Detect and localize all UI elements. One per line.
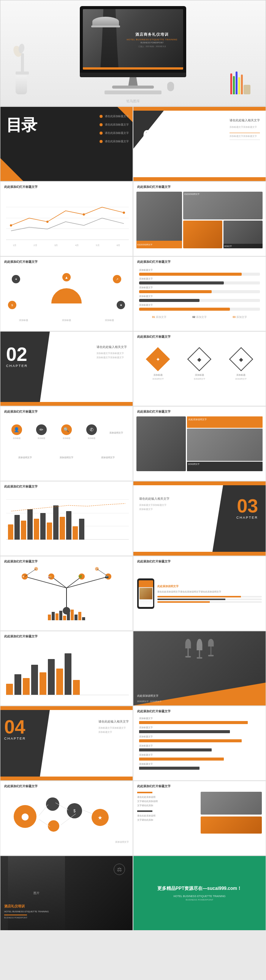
svg-line-23 — [39, 819, 50, 826]
line-chart-slide: 此处添加幻灯片标题文字 — [0, 181, 133, 256]
screen-sub2: BUSINESS POWERPOINT — [127, 41, 177, 43]
chapter-02-desc: 请在此处输入相关文字 — [97, 345, 127, 349]
footer-subtitle: HOTEL BUSINESS ETIQUETTE TRAINING — [174, 895, 226, 897]
bubble-slide: 此处添加幻灯片标题文字 ⬤ $ ★ 添加说明文字 — [0, 781, 133, 856]
icon-right-top: ↗ — [113, 275, 121, 283]
h-bar-chart-slide: 此处添加幻灯片标题文字 添加标题文字 添加标题文字 添加标题文字 — [133, 706, 266, 781]
photo-left: 此处添加说明文字 — [136, 192, 182, 248]
svg-text:✈: ✈ — [22, 575, 25, 578]
svg-text:🚚: 🚚 — [48, 574, 52, 578]
promo-footer-slide: 更多精品PPT资源尽在—sucai999.com！ HOTEL BUSINESS… — [133, 856, 266, 931]
icon-up: ▲ — [62, 273, 71, 282]
line-chart — [0, 191, 133, 244]
svg-line-22 — [39, 805, 48, 816]
svg-line-25 — [61, 814, 76, 825]
svg-line-8 — [66, 576, 108, 588]
chapter-04-label: CHAPTER — [4, 737, 26, 740]
chart-labels: 1月2月3月4月5月6月 — [0, 244, 133, 247]
chapter-02-num: 02 — [6, 345, 28, 364]
chapter-01-num: 01 — [143, 128, 167, 144]
mouse — [167, 82, 174, 91]
screen-info: 汇报人：XXX 时间：XXXX年X月 — [127, 45, 177, 47]
hero-slide: 酒店商务礼仪培训 HOTEL BUSINESS ETIQUETTE TRAINI… — [0, 0, 266, 107]
chapter-04-slide: 04 CHAPTER 请在此处输入相关文字 添加标题文字添加标题文字添加标题文字 — [0, 706, 133, 781]
svg-point-2 — [83, 213, 85, 216]
icon-right-bottom: ★ — [117, 301, 125, 309]
monitor: 酒店商务礼仪培训 HOTEL BUSINESS ETIQUETTE TRAINI… — [72, 6, 194, 94]
icon-left-bottom: $ — [8, 301, 16, 309]
progress-bars-slide: 此处添加幻灯片标题文字 添加标题文字 添加标题文字 添加标题文字 添加标题文字 … — [133, 256, 266, 331]
svg-point-0 — [10, 224, 12, 227]
bar-chart-slide: 此处添加幻灯片标题文字 — [0, 481, 133, 556]
svg-text:🌿: 🌿 — [78, 574, 82, 578]
svg-line-5 — [25, 576, 66, 588]
chapter-01-label: CHAPTER — [143, 144, 167, 148]
photo-bottom-left — [183, 221, 222, 248]
ending-slide: 图片 酒店礼仪培训 HOTEL BUSINESS ETIQUETTE TRAIN… — [0, 856, 133, 931]
phone-slide: 此处添加幻灯片标题文字 此处添加说明文字 请在此处添加说明文字请在此添加说明文字… — [133, 556, 266, 631]
main-photo — [136, 417, 186, 471]
footer-sub2: BUSINESS POWERPOINT — [185, 899, 213, 901]
icons-slide: 此处添加幻灯片标题文字 👤 添加标题 ✏ 添加标题 🔍 添加标题 ✆ 添加标题 … — [0, 406, 133, 481]
watermark: 笔鸟图库 — [126, 99, 140, 104]
photo-top-right: 此处添加说明文字 — [183, 192, 263, 220]
promo-text: 更多精品PPT资源尽在—sucai999.com！ — [154, 885, 245, 892]
toc-title-jp: 目录 — [6, 115, 36, 136]
photo-bottom-right: 添加文字 — [223, 221, 263, 248]
chapter-03-label: CHAPTER — [236, 515, 258, 519]
toc-list: 请在此添加标题文字 请在此添加标题文字 请在此添加标题文字 请在此添加标题文字 — [100, 115, 129, 148]
icon-left-top: ✦ — [12, 275, 20, 283]
pencils-decoration — [230, 72, 250, 94]
tall-bar-chart-slide: 此处添加幻灯片标题文字 — [0, 631, 133, 706]
chapter-04-desc: 请在此处输入相关文字 — [98, 719, 129, 724]
chapter-03-num: 03 — [236, 496, 258, 515]
chapter-01-slide: 01 CHAPTER 请在此处输入相关文字 添加标题文字添加标题文字 添加标题文… — [133, 107, 266, 181]
svg-line-24 — [55, 803, 68, 810]
phone-mockup — [137, 578, 154, 609]
photo-grid-slide: 此处添加幻灯片标题文字 此处添加说明文字 此处添加说明文字 添加文字 — [133, 181, 266, 256]
chapter-01-desc: 请在此处输入相关文字 — [230, 118, 260, 123]
chapter-02-label: CHAPTER — [6, 364, 28, 368]
diamonds-slide: 此处添加幻灯片标题文字 ✦ 添加标题 添加说明文字 ◆ 添加标题 添加说明文字 … — [133, 331, 266, 406]
svg-line-26 — [83, 810, 92, 814]
photo-collage-slide: 此处添加幻灯片标题文字 此处添加说明文字 添加说明文字 — [133, 406, 266, 481]
chapter-03-desc: 请在此处输入相关文字 — [139, 496, 169, 501]
circle-infographic-slide: 此处添加幻灯片标题文字 ▲ ✦ ↗ $ ★ 添加标题添加标题添加标题 — [0, 256, 133, 331]
chapter-03-slide: 03 CHAPTER 请在此处输入相关文字 添加标题文字添加标题文字添加标题文字 — [133, 481, 266, 556]
toc-slide: 目录 请在此添加标题文字 请在此添加标题文字 请在此添加标题文字 请在此添加标题… — [0, 107, 133, 181]
svg-line-16 — [25, 569, 36, 576]
screen-title: 酒店商务礼仪培训 — [127, 32, 177, 37]
tree-infographic-slide: 此处添加幻灯片标题文字 — [0, 556, 133, 631]
chapter-04-num: 04 — [4, 718, 26, 737]
wine-glasses-slide: 此处添加说明文字 添加说明文字 · 添加说明文字 — [133, 631, 266, 706]
screen-subtitle: HOTEL BUSINESS ETIQUETTE TRAINING — [127, 38, 177, 40]
svg-point-3 — [123, 212, 125, 214]
chapter-02-slide: 02 CHAPTER 请在此处输入相关文字 添加标题文字添加标题文字添加标题文字… — [0, 331, 133, 406]
svg-text:📷: 📷 — [105, 574, 109, 578]
text-layout-slide: 此处添加幻灯片标题文字 请在此处添加说明文字请在此添加说明文字请在此添加 请在此… — [133, 781, 266, 856]
svg-point-1 — [46, 221, 49, 223]
flowers-decoration — [16, 53, 29, 94]
